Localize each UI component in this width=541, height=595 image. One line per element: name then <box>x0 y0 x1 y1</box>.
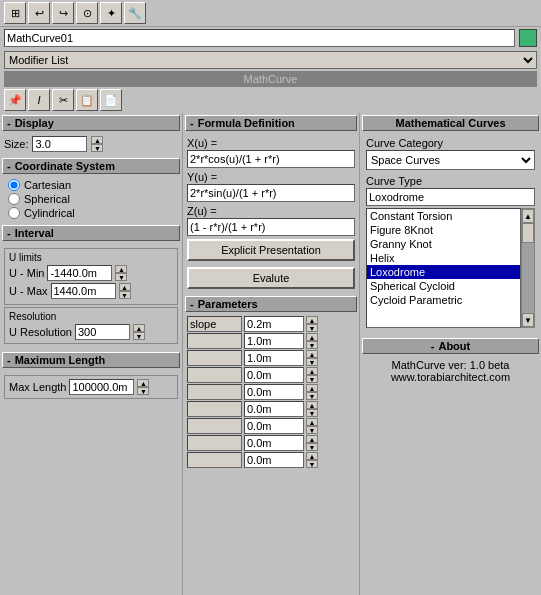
param-spin-up-8[interactable]: ▲ <box>306 452 318 460</box>
toolbar-btn-1[interactable]: ⊞ <box>4 2 26 24</box>
maxlen-input[interactable] <box>69 379 134 395</box>
param-name-6[interactable] <box>187 418 242 434</box>
param-spin-up-4[interactable]: ▲ <box>306 384 318 392</box>
modifier-list-select[interactable]: Modifier List <box>4 51 537 69</box>
param-name-8[interactable] <box>187 452 242 468</box>
toolbar-btn-5[interactable]: ✦ <box>100 2 122 24</box>
action-btn-paste[interactable]: 📄 <box>100 89 122 111</box>
interval-section-header[interactable]: - Interval <box>2 225 180 241</box>
curve-item-loxodrome[interactable]: Loxodrome <box>367 265 520 279</box>
params-section-header[interactable]: - Parameters <box>185 296 357 312</box>
scroll-thumb[interactable] <box>522 223 534 243</box>
radio-cylindrical[interactable]: Cylindrical <box>8 207 174 219</box>
u-max-spin-up[interactable]: ▲ <box>119 283 131 291</box>
explicit-presentation-btn[interactable]: Explicit Presentation <box>187 239 355 261</box>
toolbar-btn-4[interactable]: ⊙ <box>76 2 98 24</box>
u-res-spin-down[interactable]: ▼ <box>133 332 145 340</box>
u-res-spin-up[interactable]: ▲ <box>133 324 145 332</box>
maxlen-spin-down[interactable]: ▼ <box>137 387 149 395</box>
size-spin-down[interactable]: ▼ <box>91 144 103 152</box>
radio-spherical[interactable]: Spherical <box>8 193 174 205</box>
param-spin-down-3[interactable]: ▼ <box>306 375 318 383</box>
name-row <box>0 27 541 49</box>
radio-cylindrical-input[interactable] <box>8 207 20 219</box>
param-val-1[interactable] <box>244 333 304 349</box>
action-btn-pin[interactable]: 📌 <box>4 89 26 111</box>
curve-item-constant-torsion[interactable]: Constant Torsion <box>367 209 520 223</box>
maxlen-spin-up[interactable]: ▲ <box>137 379 149 387</box>
curve-item-helix[interactable]: Helix <box>367 251 520 265</box>
curve-item-figure8knot[interactable]: Figure 8Knot <box>367 223 520 237</box>
curve-item-cycloid-parametric[interactable]: Cycloid Parametric <box>367 293 520 307</box>
scroll-up-btn[interactable]: ▲ <box>522 209 534 223</box>
action-btn-copy[interactable]: 📋 <box>76 89 98 111</box>
param-spin-up-2[interactable]: ▲ <box>306 350 318 358</box>
interval-content: U limits U - Min ▲ ▼ U - Max ▲ <box>0 244 182 348</box>
toolbar-btn-6[interactable]: 🔧 <box>124 2 146 24</box>
param-name-3[interactable] <box>187 367 242 383</box>
param-spin-up-6[interactable]: ▲ <box>306 418 318 426</box>
param-spin-up-5[interactable]: ▲ <box>306 401 318 409</box>
param-spin-down-1[interactable]: ▼ <box>306 341 318 349</box>
param-spin-down-5[interactable]: ▼ <box>306 409 318 417</box>
u-min-input[interactable] <box>47 265 112 281</box>
curve-item-granny-knot[interactable]: Granny Knot <box>367 237 520 251</box>
scroll-down-btn[interactable]: ▼ <box>522 313 534 327</box>
y-formula-input[interactable] <box>187 184 355 202</box>
action-btn-cut[interactable]: ✂ <box>52 89 74 111</box>
param-val-0[interactable] <box>244 316 304 332</box>
size-label: Size: <box>4 138 28 150</box>
curve-category-select[interactable]: Space Curves <box>366 150 535 170</box>
radio-cartesian-input[interactable] <box>8 179 20 191</box>
formula-section-header[interactable]: - Formula Definition <box>185 115 357 131</box>
param-val-7[interactable] <box>244 435 304 451</box>
param-spin-up-1[interactable]: ▲ <box>306 333 318 341</box>
param-name-2[interactable] <box>187 350 242 366</box>
param-name-7[interactable] <box>187 435 242 451</box>
color-indicator[interactable] <box>519 29 537 47</box>
u-min-spin-up[interactable]: ▲ <box>115 265 127 273</box>
u-res-input[interactable] <box>75 324 130 340</box>
param-row-2: ▲▼ <box>187 350 355 366</box>
evaluate-btn[interactable]: Evalute <box>187 267 355 289</box>
size-input[interactable] <box>32 136 87 152</box>
param-spin-up-7[interactable]: ▲ <box>306 435 318 443</box>
param-spin-down-4[interactable]: ▼ <box>306 392 318 400</box>
maxlen-section-header[interactable]: - Maximum Length <box>2 352 180 368</box>
param-name-1[interactable] <box>187 333 242 349</box>
param-val-3[interactable] <box>244 367 304 383</box>
display-section-header[interactable]: - Display <box>2 115 180 131</box>
curve-list-scrollbar[interactable]: ▲ ▼ <box>521 208 535 328</box>
param-name-4[interactable] <box>187 384 242 400</box>
z-formula-input[interactable] <box>187 218 355 236</box>
param-val-2[interactable] <box>244 350 304 366</box>
param-spin-up-3[interactable]: ▲ <box>306 367 318 375</box>
param-spin-down-7[interactable]: ▼ <box>306 443 318 451</box>
u-min-spin-down[interactable]: ▼ <box>115 273 127 281</box>
toolbar-btn-2[interactable]: ↩ <box>28 2 50 24</box>
param-val-4[interactable] <box>244 384 304 400</box>
action-btn-i[interactable]: I <box>28 89 50 111</box>
param-spin-up-0[interactable]: ▲ <box>306 316 318 324</box>
radio-cartesian[interactable]: Cartesian <box>8 179 174 191</box>
param-spin-down-6[interactable]: ▼ <box>306 426 318 434</box>
coord-header-label: Coordinate System <box>15 160 115 172</box>
param-spin-down-8[interactable]: ▼ <box>306 460 318 468</box>
coord-section-header[interactable]: - Coordinate System <box>2 158 180 174</box>
param-spin-down-2[interactable]: ▼ <box>306 358 318 366</box>
u-max-spin-down[interactable]: ▼ <box>119 291 131 299</box>
curve-item-spherical-cycloid[interactable]: Spherical Cycloid <box>367 279 520 293</box>
size-spin-up[interactable]: ▲ <box>91 136 103 144</box>
x-formula-input[interactable] <box>187 150 355 168</box>
param-spin-down-0[interactable]: ▼ <box>306 324 318 332</box>
param-val-8[interactable] <box>244 452 304 468</box>
radio-spherical-input[interactable] <box>8 193 20 205</box>
u-max-input[interactable] <box>51 283 116 299</box>
param-name-5[interactable] <box>187 401 242 417</box>
param-val-5[interactable] <box>244 401 304 417</box>
toolbar-btn-3[interactable]: ↪ <box>52 2 74 24</box>
param-row-0: ▲▼ <box>187 316 355 332</box>
param-val-6[interactable] <box>244 418 304 434</box>
param-name-0[interactable] <box>187 316 242 332</box>
object-name-input[interactable] <box>4 29 515 47</box>
